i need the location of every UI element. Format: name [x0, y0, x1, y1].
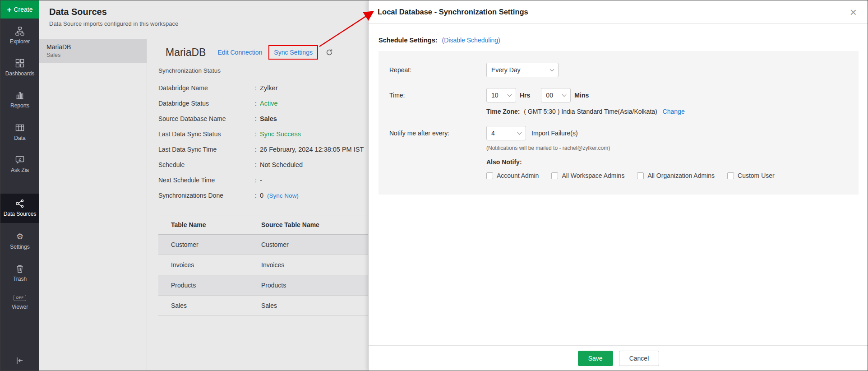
sync-settings-link[interactable]: Sync Settings [274, 49, 313, 56]
detail-label: Databridge Status [158, 100, 255, 107]
dashboards-icon [15, 59, 24, 68]
sync-settings-dialog: Local Database - Synchronization Setting… [368, 0, 868, 371]
sidebar-item-ask-zia[interactable]: Z Ask Zia [0, 155, 39, 174]
sidebar-item-viewer[interactable]: OFF Viewer [0, 295, 39, 311]
repeat-row: Repeat: Every Day [389, 63, 848, 77]
save-button[interactable]: Save [578, 351, 613, 366]
hours-selected-value: 10 [491, 92, 499, 99]
sidebar-item-reports[interactable]: Reports [0, 91, 39, 109]
timezone-change-link[interactable]: Change [663, 108, 685, 115]
repeat-label: Repeat: [389, 63, 486, 77]
checkbox-icon[interactable] [486, 172, 493, 179]
data-source-list: MariaDB Sales [39, 39, 147, 371]
column-header: Table Name [171, 221, 261, 228]
colon: : [255, 115, 257, 122]
ask-zia-icon: Z [15, 155, 24, 164]
chevron-down-icon [517, 130, 522, 134]
minutes-select[interactable]: 00 [541, 88, 571, 102]
sidebar-item-data-sources[interactable]: Data Sources [0, 194, 39, 223]
table-cell: Sales [261, 302, 277, 309]
trash-icon [15, 264, 24, 273]
collapse-sidebar-icon[interactable] [0, 356, 39, 365]
viewer-off-badge: OFF [14, 295, 26, 301]
colon: : [255, 192, 257, 199]
sidebar-item-label: Data [14, 134, 25, 142]
sidebar-item-label: Data Sources [4, 210, 37, 218]
checkbox-icon[interactable] [551, 172, 558, 179]
minutes-selected-value: 00 [546, 92, 553, 99]
table-cell: Customer [171, 241, 261, 248]
timezone-line: Time Zone: ( GMT 5:30 ) India Standard T… [486, 108, 848, 115]
hours-unit-label: Hrs [520, 92, 530, 99]
time-row: Time: 10 Hrs 00 [389, 88, 848, 115]
gear-icon: ⚙ [16, 232, 23, 241]
detail-label: Next Schedule Time [158, 176, 255, 184]
colon: : [255, 176, 257, 184]
hours-select[interactable]: 10 [486, 88, 516, 102]
refresh-icon[interactable] [325, 48, 333, 56]
sidebar-item-dashboards[interactable]: Dashboards [0, 59, 39, 77]
colon: : [255, 161, 257, 168]
status-badge: Active [260, 100, 278, 107]
notification-note: (Notifications will be mailed to - rache… [486, 145, 848, 151]
column-header: Source Table Name [261, 221, 319, 228]
schedule-form-panel: Repeat: Every Day Time: 10 [379, 51, 859, 195]
page-title: Data Sources [49, 7, 178, 17]
sidebar-item-settings[interactable]: ⚙ Settings [0, 232, 39, 250]
sidebar-item-explorer[interactable]: Explorer [0, 27, 39, 45]
timezone-label: Time Zone: [486, 108, 520, 115]
source-workspace: Sales [46, 52, 139, 58]
checkbox-custom-user[interactable]: Custom User [727, 172, 775, 179]
checkbox-label: All Workspace Admins [562, 172, 624, 179]
table-cell: Invoices [171, 261, 261, 269]
create-button-label: Create [14, 6, 32, 13]
table-cell: Products [261, 282, 286, 289]
checkbox-account-admin[interactable]: Account Admin [486, 172, 539, 179]
repeat-select[interactable]: Every Day [486, 63, 559, 77]
detail-value: Zylker [260, 84, 277, 92]
sync-settings-highlight-box: Sync Settings [268, 45, 318, 60]
detail-label: Databridge Name [158, 84, 255, 92]
explorer-icon [15, 27, 24, 36]
checkbox-all-organization-admins[interactable]: All Organization Admins [637, 172, 715, 179]
close-icon[interactable]: × [850, 6, 857, 18]
edit-connection-link[interactable]: Edit Connection [217, 49, 262, 56]
page-header: Data Sources Data Source imports configu… [39, 0, 178, 27]
time-label: Time: [389, 88, 486, 115]
import-failures-selected-value: 4 [491, 130, 495, 137]
sidebar-item-trash[interactable]: Trash [0, 264, 39, 283]
chevron-down-icon [508, 92, 512, 97]
timezone-value: ( GMT 5:30 ) India Standard Time(Asia/Ko… [524, 108, 657, 115]
cancel-button[interactable]: Cancel [619, 351, 660, 366]
reports-icon [15, 91, 24, 100]
import-failures-select[interactable]: 4 [486, 126, 526, 140]
detail-value: Sales [260, 115, 277, 122]
checkbox-label: Account Admin [497, 172, 539, 179]
detail-label: Synchronizations Done [158, 192, 255, 199]
create-button[interactable]: + Create [0, 0, 39, 19]
checkbox-label: All Organization Admins [647, 172, 715, 179]
disable-scheduling-link[interactable]: (Disable Scheduling) [442, 37, 500, 44]
dialog-footer: Save Cancel [369, 345, 868, 371]
sync-now-link[interactable]: (Sync Now) [267, 192, 299, 199]
sidebar-item-data[interactable]: Data [0, 123, 39, 142]
detail-label: Last Data Sync Time [158, 146, 255, 153]
checkbox-icon[interactable] [637, 172, 644, 179]
checkbox-icon[interactable] [727, 172, 734, 179]
sidebar-item-label: Settings [10, 243, 29, 250]
table-cell: Sales [171, 302, 261, 309]
app-window: + Create Explorer Dashboards Reports [0, 0, 868, 371]
detail-label: Last Data Sync Status [158, 130, 255, 138]
schedule-settings-label: Schedule Settings: [379, 37, 438, 44]
connection-title: MariaDB [166, 46, 206, 59]
sidebar: + Create Explorer Dashboards Reports [0, 0, 39, 371]
source-name: MariaDB [46, 43, 139, 51]
table-cell: Products [171, 282, 261, 289]
sidebar-item-label: Trash [13, 275, 27, 283]
data-source-list-item-mariadb[interactable]: MariaDB Sales [39, 39, 147, 63]
colon: : [255, 130, 257, 138]
checkbox-all-workspace-admins[interactable]: All Workspace Admins [551, 172, 624, 179]
minutes-unit-label: Mins [574, 92, 589, 99]
import-failures-unit-label: Import Failure(s) [531, 130, 578, 137]
colon: : [255, 146, 257, 153]
